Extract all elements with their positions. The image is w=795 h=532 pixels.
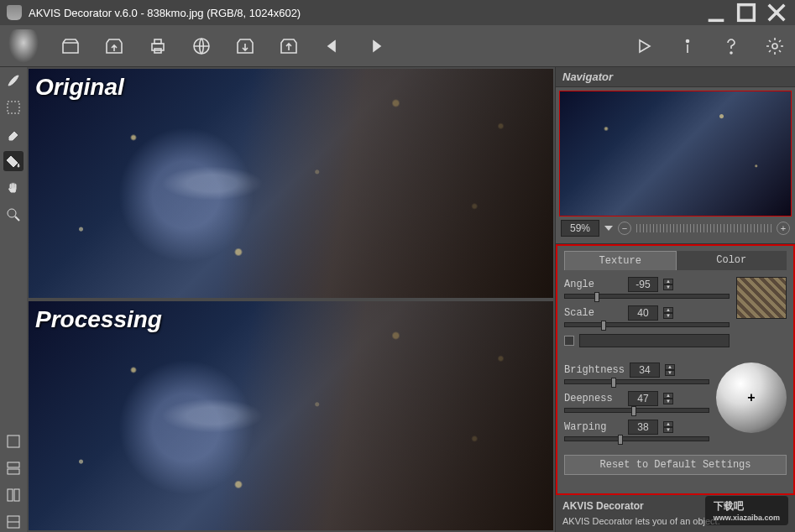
- import-preset-button[interactable]: [233, 34, 257, 58]
- angle-spinner[interactable]: ▲▼: [663, 279, 673, 290]
- run-button[interactable]: [632, 34, 656, 58]
- eraser-tool[interactable]: [3, 124, 24, 144]
- texture-path-input[interactable]: [579, 334, 730, 347]
- brush-tool[interactable]: [3, 70, 24, 91]
- zoom-in-button[interactable]: +: [777, 222, 790, 235]
- deepness-value[interactable]: 47: [628, 391, 658, 406]
- right-panel: Navigator 59% − + Texture Color Angle -9…: [555, 67, 795, 532]
- light-sphere[interactable]: +: [716, 362, 787, 433]
- selection-tool[interactable]: [3, 97, 24, 117]
- svg-rect-12: [8, 102, 19, 113]
- svg-point-8: [687, 39, 689, 42]
- view-mode-3-button[interactable]: [3, 485, 24, 505]
- svg-rect-19: [14, 489, 19, 501]
- watermark-sub: www.xiazaiba.com: [714, 514, 780, 522]
- svg-point-13: [8, 209, 16, 217]
- view-mode-1-button[interactable]: [3, 431, 24, 451]
- view-mode-4-button[interactable]: [3, 512, 24, 532]
- warping-spinner[interactable]: ▲▼: [663, 421, 673, 433]
- help-button[interactable]: [719, 34, 743, 58]
- deepness-slider[interactable]: [564, 408, 709, 413]
- open-button[interactable]: [59, 34, 82, 58]
- svg-rect-1: [739, 5, 755, 21]
- hand-tool[interactable]: [3, 178, 24, 198]
- svg-line-14: [15, 216, 19, 221]
- svg-point-11: [772, 44, 777, 49]
- angle-slider[interactable]: [564, 294, 730, 299]
- tab-texture[interactable]: Texture: [564, 251, 677, 270]
- processing-label: Processing: [35, 306, 162, 333]
- original-label: Original: [35, 74, 124, 101]
- app-logo-icon: [7, 5, 22, 20]
- texture-path-checkbox[interactable]: [564, 336, 574, 346]
- brightness-slider[interactable]: [564, 379, 709, 384]
- angle-value[interactable]: -95: [628, 277, 658, 292]
- angle-label: Angle: [564, 279, 623, 290]
- watermark-main: 下载吧: [714, 499, 780, 514]
- deepness-label: Deepness: [564, 393, 623, 404]
- zoom-dropdown-icon[interactable]: [604, 226, 613, 231]
- window-title: AKVIS Decorator v.6.0 - 838kmo.jpg (RGB/…: [29, 7, 698, 19]
- save-button[interactable]: [102, 34, 126, 58]
- view-mode-2-button[interactable]: [3, 458, 24, 478]
- brightness-label: Brightness: [564, 364, 625, 376]
- reset-button[interactable]: Reset to Default Settings: [564, 455, 787, 475]
- redo-button[interactable]: [364, 34, 388, 58]
- navigator-panel: 59% − +: [556, 87, 795, 244]
- svg-rect-5: [154, 39, 161, 44]
- navigator-preview[interactable]: [559, 91, 792, 216]
- svg-point-10: [730, 52, 732, 54]
- settings-button[interactable]: [763, 34, 787, 58]
- bucket-tool[interactable]: [3, 151, 24, 171]
- info-button[interactable]: [676, 34, 699, 58]
- tool-sidebar: [0, 67, 27, 532]
- print-button[interactable]: [146, 34, 170, 58]
- plus-icon: +: [747, 390, 755, 405]
- titlebar: AKVIS Decorator v.6.0 - 838kmo.jpg (RGB/…: [0, 0, 795, 25]
- close-button[interactable]: [765, 3, 788, 22]
- export-preset-button[interactable]: [277, 34, 301, 58]
- svg-rect-15: [8, 436, 19, 447]
- warping-slider[interactable]: [564, 436, 709, 441]
- svg-rect-18: [8, 489, 13, 501]
- minimize-button[interactable]: [704, 3, 728, 22]
- warping-value[interactable]: 38: [628, 420, 658, 435]
- akvis-logo-icon: [8, 29, 39, 63]
- svg-rect-16: [8, 462, 19, 467]
- brightness-spinner[interactable]: ▲▼: [665, 364, 675, 376]
- maximize-button[interactable]: [735, 3, 758, 22]
- zoom-slider[interactable]: [636, 224, 771, 232]
- processing-view[interactable]: Processing: [29, 301, 553, 530]
- share-button[interactable]: [190, 34, 213, 58]
- scale-spinner[interactable]: ▲▼: [663, 307, 673, 319]
- navigator-title: Navigator: [556, 67, 795, 87]
- scale-value[interactable]: 40: [628, 305, 658, 321]
- scale-slider[interactable]: [564, 322, 730, 327]
- tab-color[interactable]: Color: [677, 251, 787, 270]
- toolbar: [0, 25, 795, 67]
- canvas-area: Original Processing: [27, 67, 555, 532]
- watermark: 下载吧 www.xiazaiba.com: [705, 496, 788, 525]
- zoom-out-button[interactable]: −: [618, 222, 631, 235]
- zoom-tool[interactable]: [3, 205, 24, 225]
- scale-label: Scale: [564, 307, 623, 319]
- svg-rect-17: [8, 469, 19, 474]
- texture-swatch[interactable]: [736, 277, 787, 319]
- warping-label: Warping: [564, 421, 623, 433]
- brightness-value[interactable]: 34: [630, 362, 660, 378]
- original-view[interactable]: Original: [29, 69, 553, 298]
- zoom-value[interactable]: 59%: [561, 220, 599, 237]
- deepness-spinner[interactable]: ▲▼: [663, 393, 673, 404]
- parameters-panel: Texture Color Angle -95 ▲▼ Scale 40 ▲▼: [556, 244, 795, 495]
- undo-button[interactable]: [321, 34, 344, 58]
